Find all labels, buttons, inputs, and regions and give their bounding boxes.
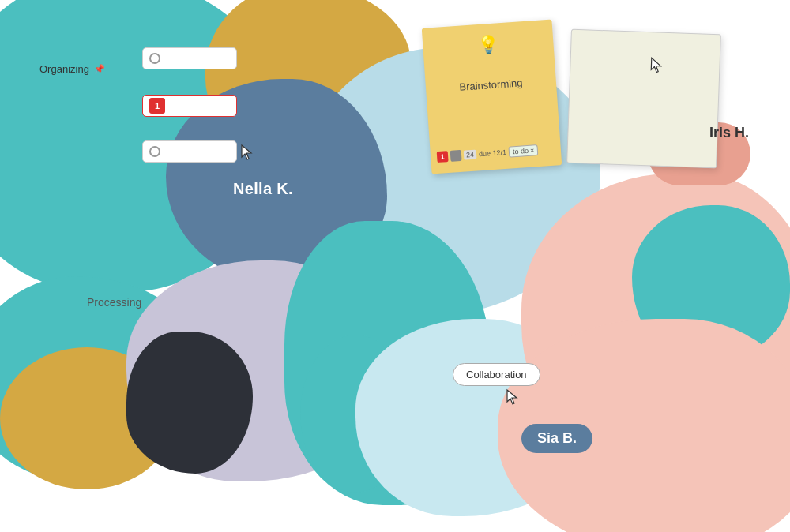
input-circle-3 bbox=[149, 146, 160, 157]
input-circle-1 bbox=[149, 53, 160, 64]
sticky-note-brainstorming: 💡 Brainstorming 1 24 due 12/1 to do × bbox=[422, 19, 562, 174]
input-field-3[interactable] bbox=[142, 140, 237, 163]
badge-icon: 1 bbox=[437, 151, 449, 163]
red-badge: 1 bbox=[149, 98, 165, 114]
image-icon bbox=[450, 150, 462, 162]
sticky-note-cream bbox=[566, 29, 721, 169]
input-row-2: 1 bbox=[142, 95, 237, 117]
input-row-1 bbox=[142, 47, 237, 69]
cursor-icon bbox=[649, 56, 664, 74]
organizing-label: Organizing 📌 bbox=[40, 63, 105, 75]
todo-label: to do bbox=[513, 147, 529, 155]
sticky-toolbar: 1 24 due 12/1 to do × bbox=[437, 144, 555, 163]
brainstorming-label: Brainstorming bbox=[437, 75, 546, 95]
pin-icon: 📌 bbox=[94, 64, 105, 74]
iris-h-label: Iris H. bbox=[709, 125, 749, 141]
bulb-icon: 💡 bbox=[434, 31, 543, 58]
todo-badge: to do × bbox=[509, 144, 539, 158]
input-row-3 bbox=[142, 140, 237, 163]
organizing-text: Organizing bbox=[40, 63, 89, 75]
processing-label: Processing bbox=[87, 296, 141, 309]
sia-b-label: Sia B. bbox=[521, 424, 592, 453]
collaboration-button[interactable]: Collaboration bbox=[453, 363, 540, 386]
close-icon[interactable]: × bbox=[530, 146, 535, 154]
due-label: due 12/1 bbox=[479, 148, 507, 158]
nella-k-label: Nella K. bbox=[233, 180, 293, 198]
blob-dark bbox=[126, 332, 253, 474]
count-badge: 24 bbox=[464, 150, 477, 160]
input-field-1[interactable] bbox=[142, 47, 237, 69]
input-field-2[interactable]: 1 bbox=[142, 95, 237, 117]
